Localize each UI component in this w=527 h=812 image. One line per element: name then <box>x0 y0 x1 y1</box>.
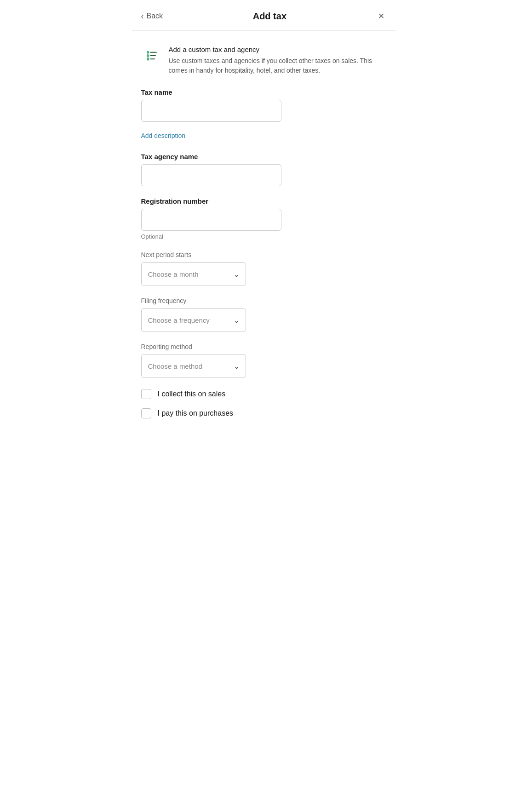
registration-number-group: Registration number Optional <box>141 197 386 240</box>
reporting-method-select-wrapper: Choose a method Cash Accrual ⌄ <box>141 354 246 378</box>
info-text-block: Add a custom tax and agency Use custom t… <box>169 46 386 75</box>
back-label: Back <box>147 12 163 20</box>
info-title: Add a custom tax and agency <box>169 46 386 53</box>
pay-on-purchases-group: I pay this on purchases <box>141 408 386 418</box>
registration-number-hint: Optional <box>141 233 386 240</box>
back-chevron-icon: ‹ <box>141 11 144 21</box>
next-period-select-wrapper: Choose a month January February March Ap… <box>141 262 246 286</box>
page-title: Add tax <box>253 11 286 22</box>
form-section: Tax name Add description Tax agency name… <box>132 88 395 418</box>
tax-agency-name-group: Tax agency name <box>141 153 386 186</box>
filing-frequency-group: Filing frequency Choose a frequency Mont… <box>141 297 386 332</box>
close-icon: × <box>378 10 384 22</box>
svg-point-2 <box>147 54 149 57</box>
pay-on-purchases-checkbox[interactable] <box>141 408 151 418</box>
add-description-group: Add description <box>141 127 386 140</box>
pay-on-purchases-label[interactable]: I pay this on purchases <box>141 408 386 418</box>
custom-tax-icon <box>141 46 161 66</box>
checkboxes-section: I collect this on sales I pay this on pu… <box>141 389 386 418</box>
info-section: Add a custom tax and agency Use custom t… <box>132 31 395 88</box>
next-period-label: Next period starts <box>141 251 386 258</box>
tax-name-input[interactable] <box>141 100 281 122</box>
tax-name-label: Tax name <box>141 88 386 96</box>
reporting-method-group: Reporting method Choose a method Cash Ac… <box>141 343 386 378</box>
collect-on-sales-group: I collect this on sales <box>141 389 386 399</box>
add-description-link[interactable]: Add description <box>141 132 186 139</box>
filing-frequency-select-wrapper: Choose a frequency Monthly Quarterly Ann… <box>141 308 246 332</box>
tax-name-group: Tax name <box>141 88 386 122</box>
filing-frequency-label: Filing frequency <box>141 297 386 304</box>
pay-on-purchases-text: I pay this on purchases <box>158 409 234 417</box>
next-period-select[interactable]: Choose a month January February March Ap… <box>141 262 246 286</box>
collect-on-sales-label[interactable]: I collect this on sales <box>141 389 386 399</box>
header: ‹ Back Add tax × <box>132 0 395 31</box>
next-period-group: Next period starts Choose a month Januar… <box>141 251 386 286</box>
registration-number-label: Registration number <box>141 197 386 205</box>
reporting-method-select[interactable]: Choose a method Cash Accrual <box>141 354 246 378</box>
collect-on-sales-text: I collect this on sales <box>158 390 226 398</box>
tax-agency-name-input[interactable] <box>141 164 281 186</box>
reporting-method-label: Reporting method <box>141 343 386 350</box>
info-description: Use custom taxes and agencies if you col… <box>169 56 386 75</box>
tax-agency-name-label: Tax agency name <box>141 153 386 160</box>
back-button[interactable]: ‹ Back <box>141 10 163 23</box>
close-button[interactable]: × <box>377 9 386 23</box>
filing-frequency-select[interactable]: Choose a frequency Monthly Quarterly Ann… <box>141 308 246 332</box>
svg-point-3 <box>147 58 149 60</box>
svg-point-1 <box>147 51 149 53</box>
registration-number-input[interactable] <box>141 209 281 231</box>
collect-on-sales-checkbox[interactable] <box>141 389 151 399</box>
